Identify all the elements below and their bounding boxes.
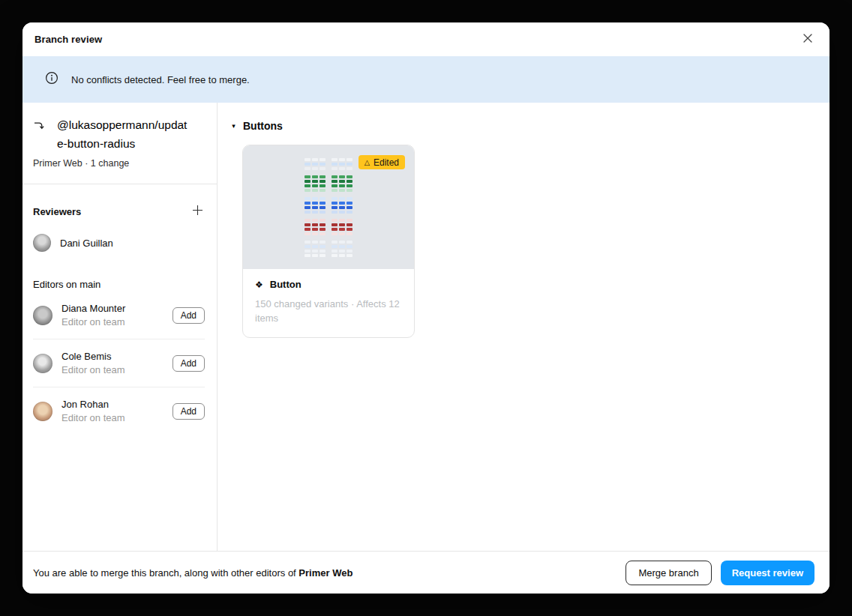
variant-cell — [339, 158, 345, 161]
add-editor-button[interactable]: Add — [172, 355, 205, 372]
variant-cell — [320, 254, 326, 257]
close-button[interactable] — [800, 31, 816, 48]
branch-icon — [33, 119, 46, 135]
editor-row: Jon Rohan Editor on team Add — [33, 387, 205, 435]
add-editor-button[interactable]: Add — [172, 403, 205, 420]
variant-row — [304, 163, 352, 166]
branch-review-dialog: Branch review No conflicts detected. Fee… — [22, 22, 830, 594]
variant-cell — [346, 232, 352, 235]
variant-cell — [346, 202, 352, 205]
variant-cell — [332, 228, 338, 231]
variant-cell — [332, 211, 338, 214]
variant-cell — [320, 223, 326, 226]
variant-cell — [339, 254, 345, 257]
variant-cell — [346, 184, 352, 187]
variant-cell — [312, 250, 318, 253]
component-card[interactable]: △ Edited ❖ Button 150 changed variants ·… — [242, 145, 415, 338]
variant-cell — [304, 189, 310, 192]
variant-cell — [312, 245, 318, 248]
variant-cell — [332, 202, 338, 205]
variant-cell — [339, 197, 345, 200]
variant-cell — [312, 175, 318, 178]
variant-cell — [304, 180, 310, 183]
variant-cell — [346, 189, 352, 192]
variant-cell — [332, 180, 338, 183]
variant-cell — [346, 175, 352, 178]
variant-row — [304, 180, 352, 183]
variant-cell — [304, 219, 310, 222]
variant-cell — [312, 189, 318, 192]
variant-cell — [339, 180, 345, 183]
variant-cell — [320, 232, 326, 235]
editor-name: Diana Mounter — [62, 303, 164, 314]
variant-cell — [346, 163, 352, 166]
reviewer-name: Dani Guillan — [60, 238, 113, 249]
variant-cell — [339, 202, 345, 205]
variant-cell — [312, 197, 318, 200]
variant-cell — [346, 206, 352, 209]
variant-cell — [304, 158, 310, 161]
variant-cell — [346, 245, 352, 248]
variant-cell — [339, 175, 345, 178]
component-thumbnail: △ Edited — [243, 145, 414, 269]
variant-row — [304, 219, 352, 222]
variant-cell — [346, 241, 352, 244]
variant-row — [304, 167, 352, 170]
warning-triangle-icon: △ — [364, 159, 370, 166]
variant-cell — [312, 223, 318, 226]
variant-cell — [339, 241, 345, 244]
avatar — [33, 402, 52, 421]
variant-cell — [304, 254, 310, 257]
section-header-buttons[interactable]: ▾ Buttons — [230, 120, 814, 132]
variant-cell — [304, 250, 310, 253]
request-review-button[interactable]: Request review — [721, 561, 814, 585]
edited-badge: △ Edited — [358, 155, 405, 169]
variant-cell — [332, 245, 338, 248]
merge-branch-button[interactable]: Merge branch — [626, 561, 711, 585]
dialog-footer: You are able to merge this branch, along… — [22, 551, 830, 594]
editor-role: Editor on team — [62, 412, 164, 423]
variant-cell — [312, 180, 318, 183]
variant-cell — [304, 241, 310, 244]
variant-cell — [304, 228, 310, 231]
variant-cell — [346, 254, 352, 257]
variant-cell — [320, 245, 326, 248]
variant-cell — [346, 223, 352, 226]
variant-cell — [346, 158, 352, 161]
add-reviewer-button[interactable] — [190, 204, 205, 219]
add-editor-button[interactable]: Add — [172, 307, 205, 324]
variant-cell — [320, 228, 326, 231]
avatar — [33, 234, 51, 252]
variant-row — [304, 202, 352, 205]
variant-cell — [320, 184, 326, 187]
plus-icon — [192, 205, 203, 219]
chevron-down-icon: ▾ — [230, 122, 237, 130]
variant-cell — [339, 232, 345, 235]
avatar — [33, 354, 52, 373]
variant-cell — [312, 254, 318, 257]
variant-row — [304, 228, 352, 231]
variant-cell — [332, 184, 338, 187]
variant-row — [304, 250, 352, 253]
dialog-content: @lukasoppermann/update-button-radius Pri… — [22, 103, 830, 551]
variant-cell — [312, 167, 318, 170]
variant-cell — [312, 184, 318, 187]
variant-cell — [332, 158, 338, 161]
variant-cell — [346, 219, 352, 222]
reviewers-section: Reviewers Dani Guillan — [22, 184, 217, 252]
variant-row — [304, 254, 352, 257]
variant-cell — [346, 197, 352, 200]
variant-cell — [304, 197, 310, 200]
variant-cell — [320, 202, 326, 205]
variant-cell — [332, 189, 338, 192]
close-icon — [802, 32, 814, 47]
variant-row — [304, 245, 352, 248]
component-caption: 150 changed variants · Affects 12 items — [255, 297, 402, 325]
variant-cell — [332, 175, 338, 178]
variant-cell — [320, 167, 326, 170]
editor-role: Editor on team — [62, 316, 164, 327]
variant-cell — [346, 180, 352, 183]
variant-cell — [332, 232, 338, 235]
variant-cell — [320, 211, 326, 214]
changes-panel: ▾ Buttons △ Edited ❖ Button 150 chang — [218, 103, 830, 551]
